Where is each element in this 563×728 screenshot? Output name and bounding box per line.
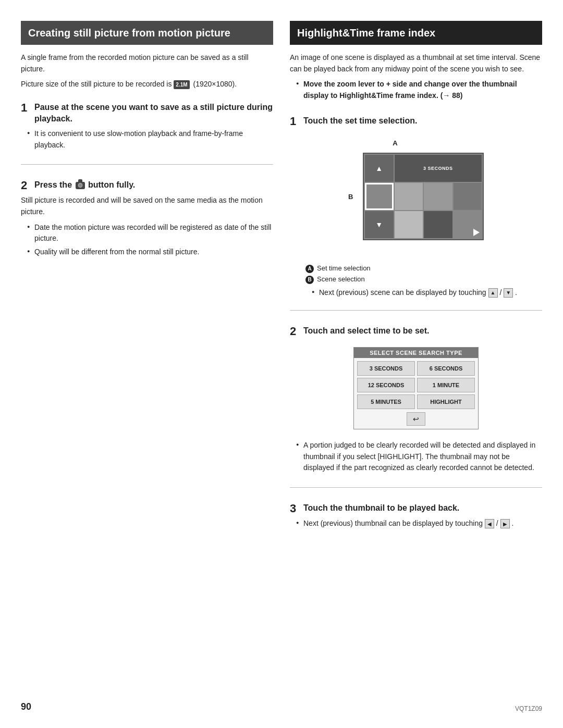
step2-header: 2 Press the button fully. (21, 179, 273, 192)
btn-6-seconds[interactable]: 6 SECONDS (417, 361, 475, 376)
step2-text: Press the button fully. (34, 179, 135, 191)
badge-21m: 2.1M (174, 80, 189, 90)
page-footer: 90 VQT1Z09 (21, 701, 542, 712)
step2-bullet1: Date the motion picture was recorded wil… (27, 222, 273, 244)
annotation-a-row: A Set time selection (305, 264, 542, 273)
right-step1-text: Touch the set time selection. (303, 115, 417, 127)
annotation-a-circle: A (305, 265, 314, 273)
thumbnail-grid: ▲ 3 SECONDS ▼ (363, 153, 484, 240)
step2-bullets: Date the motion picture was recorded wil… (21, 222, 273, 260)
zoom-bullet-text: Move the zoom lever to + side and change… (303, 80, 517, 100)
btn-5-minutes[interactable]: 5 MINUTES (357, 394, 415, 409)
thumb-5[interactable] (395, 211, 423, 238)
step1-num: 1 (21, 102, 31, 114)
annotation-b-row: B Scene selection (305, 275, 542, 284)
divider1 (21, 164, 273, 165)
step1-bullets: It is convenient to use slow-motion play… (21, 128, 273, 153)
scene-dialog-header: SELECT SCENE SEARCH TYPE (354, 348, 478, 358)
right-step1-num: 1 (290, 115, 300, 128)
zoom-bullet: Move the zoom lever to + side and change… (296, 79, 542, 101)
nav-arrows-2: ◀ / ▶ (485, 519, 512, 527)
right-step2-header: 2 Touch and select time to be set. (290, 325, 542, 338)
scene-dialog-buttons: 3 SECONDS 6 SECONDS 12 SECONDS 1 MINUTE … (354, 358, 478, 412)
intro2-prefix: Picture size of the still picture to be … (21, 80, 172, 88)
step1-bullet1: It is convenient to use slow-motion play… (27, 128, 273, 151)
thumbnail-grid-container: A ▲ 3 SECONDS (348, 137, 484, 256)
up-arrow-btn[interactable]: ▲ (488, 288, 498, 298)
highlight-bullet: A portion judged to be clearly recorded … (296, 440, 542, 474)
left-column: Creating still picture from motion pictu… (21, 21, 273, 536)
model-number: VQT1Z09 (515, 705, 542, 712)
step2-text-prefix: Press the (34, 180, 72, 189)
step2-body1: Still picture is recorded and will be sa… (21, 195, 273, 217)
thumb-up-arrow[interactable]: ▲ (365, 155, 394, 182)
right-section-header: Highlight&Time frame index (290, 21, 542, 45)
nav-arrows-1: ▲ / ▼ (488, 288, 516, 297)
right-step3-text: Touch the thumbnail to be played back. (303, 502, 459, 514)
left-section-header: Creating still picture from motion pictu… (21, 21, 273, 45)
intro2-suffix: (1920×1080). (193, 80, 237, 88)
left-intro2: Picture size of the still picture to be … (21, 79, 273, 90)
step1-header: 1 Pause at the scene you want to save as… (21, 102, 273, 125)
back-button[interactable]: ↩ (407, 412, 425, 426)
right-step1-header: 1 Touch the set time selection. (290, 115, 542, 128)
thumb-time-label: 3 SECONDS (395, 155, 482, 182)
annotations: A Set time selection B Scene selection N… (305, 262, 542, 303)
annotation-b-circle: B (305, 276, 314, 284)
right-column: Highlight&Time frame index An image of o… (290, 21, 542, 536)
step2-num: 2 (21, 179, 31, 192)
btn-1-minute[interactable]: 1 MINUTE (417, 378, 475, 392)
highlight-bullet-list: A portion judged to be clearly recorded … (290, 440, 542, 476)
step3-bullet1: Next (previous) thumbnail can be display… (296, 518, 542, 529)
camera-icon (76, 182, 85, 189)
btn-12-seconds[interactable]: 12 SECONDS (357, 378, 415, 392)
right-bold-bullet-list: Move the zoom lever to + side and change… (290, 79, 542, 103)
btn-3-seconds[interactable]: 3 SECONDS (357, 361, 415, 376)
down-arrow-btn[interactable]: ▼ (504, 288, 513, 298)
step2-bullet2: Quality will be different from the norma… (27, 246, 273, 258)
step2-text-suffix: button fully. (88, 180, 135, 189)
scene-search-dialog: SELECT SCENE SEARCH TYPE 3 SECONDS 6 SEC… (353, 347, 479, 429)
nav-bullet-1: Next (previous) scene can be displayed b… (305, 287, 542, 299)
right-step2-num: 2 (290, 325, 300, 338)
divider-right2 (290, 487, 542, 488)
right-step3-header: 3 Touch the thumbnail to be played back. (290, 502, 542, 515)
nav-bullet-1-text: Next (previous) scene can be displayed b… (312, 287, 542, 299)
thumb-6[interactable] (424, 211, 452, 238)
thumb-down-arrow[interactable]: ▼ (365, 211, 394, 238)
step3-bullets: Next (previous) thumbnail can be display… (290, 518, 542, 532)
thumb-2[interactable] (395, 183, 423, 210)
step1-text: Pause at the scene you want to save as a… (34, 102, 273, 125)
annotation-a-text: Set time selection (317, 264, 371, 272)
thumb-play[interactable] (454, 211, 482, 238)
right-step3-num: 3 (290, 502, 300, 515)
right-intro: An image of one scene is displayed as a … (290, 52, 542, 75)
annotation-b-text: Scene selection (317, 275, 365, 283)
label-a: A (393, 139, 397, 147)
right-arrow-btn[interactable]: ▶ (500, 519, 510, 528)
scene-dialog-back: ↩ (354, 412, 478, 429)
label-b: B (348, 192, 353, 200)
right-step2-text: Touch and select time to be set. (303, 325, 430, 337)
thumb-selected[interactable] (365, 183, 394, 210)
btn-highlight[interactable]: HIGHLIGHT (417, 394, 475, 409)
page-number: 90 (21, 701, 31, 712)
left-arrow-btn[interactable]: ◀ (485, 519, 494, 528)
play-icon (473, 229, 480, 236)
divider-right1 (290, 310, 542, 311)
left-intro1: A single frame from the recorded motion … (21, 52, 273, 75)
time-seconds-label: 3 SECONDS (423, 166, 453, 171)
thumb-3[interactable] (424, 183, 452, 210)
thumb-4[interactable] (454, 183, 482, 210)
